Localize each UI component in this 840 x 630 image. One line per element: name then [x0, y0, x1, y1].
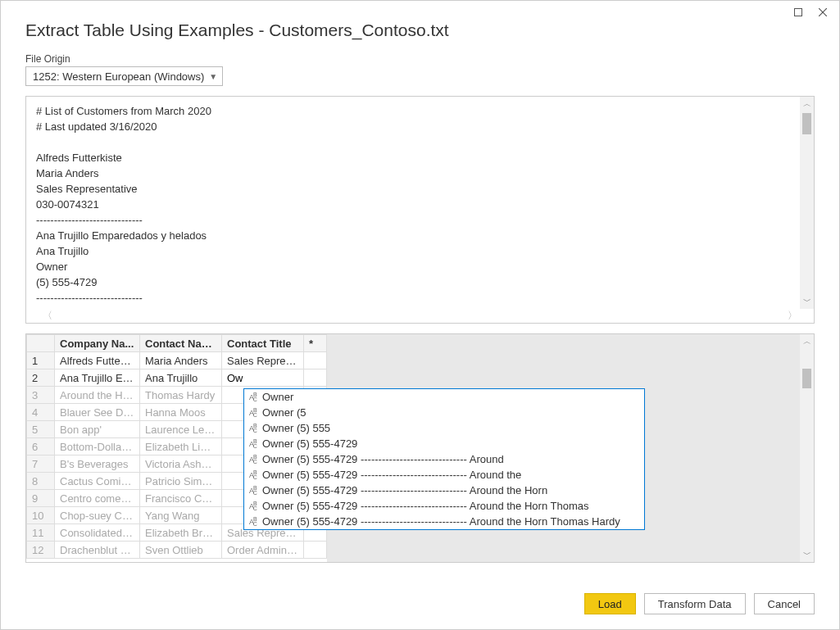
scroll-down-icon: ﹀ — [803, 547, 811, 562]
autocomplete-text: Owner — [262, 391, 293, 403]
column-header-title[interactable]: Contact Title — [222, 335, 304, 352]
text-preview-pane: # List of Customers from March 2020 # La… — [25, 96, 815, 324]
row-header-corner — [27, 335, 55, 352]
cell-contact[interactable]: Thomas Hardy — [140, 387, 222, 404]
scroll-down-icon: ﹀ — [803, 294, 811, 309]
autocomplete-item[interactable]: ABCOwner — [244, 389, 644, 405]
text-type-icon: ABC — [249, 469, 262, 482]
autocomplete-item[interactable]: ABCOwner (5) 555-4729 ------------------… — [244, 498, 644, 514]
row-number: 12 — [27, 542, 55, 559]
text-type-icon: ABC — [249, 437, 262, 451]
cell-contact[interactable]: Elizabeth Brown — [140, 524, 222, 542]
autocomplete-text: Owner (5) 555 — [262, 422, 330, 434]
cell-contact[interactable]: Maria Anders — [140, 352, 222, 369]
autocomplete-item[interactable]: ABCOwner (5) 555-4729 ------------------… — [244, 451, 644, 467]
cell-company[interactable]: Alfreds Futterki... — [55, 352, 140, 369]
table-row[interactable]: 2Ana Trujillo Em...Ana Trujillo — [27, 369, 327, 387]
autocomplete-text: Owner (5) 555-4729 ---------------------… — [262, 500, 588, 512]
dialog-footer: Load Transform Data Cancel — [584, 593, 815, 614]
autocomplete-item[interactable]: ABCOwner (5) 555 — [244, 420, 644, 436]
cell-title[interactable]: Sales Represen... — [222, 352, 304, 369]
cell-company[interactable]: Drachenblut D... — [55, 542, 140, 559]
column-header-add[interactable]: * — [304, 335, 327, 352]
cell-contact[interactable]: Patricio Simpson — [140, 473, 222, 490]
cell-company[interactable]: Around the Horn — [55, 387, 140, 404]
cell-contact[interactable]: Hanna Moos — [140, 404, 222, 421]
cell-company[interactable]: Consolidated H... — [55, 524, 140, 542]
text-type-icon: ABC — [249, 406, 262, 419]
text-type-icon: ABC — [249, 500, 262, 513]
cell-title[interactable] — [222, 369, 304, 387]
row-number: 11 — [27, 524, 55, 542]
cell-contact[interactable]: Francisco Chang — [140, 490, 222, 507]
cell-company[interactable]: Blauer See Deli... — [55, 404, 140, 421]
text-type-icon: ABC — [249, 484, 262, 497]
preview-horizontal-scrollbar[interactable]: 〈 〉 — [26, 309, 814, 323]
cell-contact[interactable]: Ana Trujillo — [140, 369, 222, 387]
scroll-up-icon: ︿ — [803, 334, 811, 349]
cell-company[interactable]: Bottom-Dollar ... — [55, 438, 140, 456]
cancel-button[interactable]: Cancel — [754, 593, 815, 614]
text-type-icon: ABC — [249, 422, 262, 435]
cell-add-column[interactable] — [304, 369, 327, 387]
autocomplete-popup[interactable]: ABCOwnerABCOwner (5ABCOwner (5) 555ABCOw… — [243, 388, 645, 530]
autocomplete-item[interactable]: ABCOwner (5) 555-4729 ------------------… — [244, 483, 644, 498]
autocomplete-text: Owner (5) 555-4729 — [262, 437, 357, 450]
cell-contact[interactable]: Yang Wang — [140, 507, 222, 524]
text-type-icon: ABC — [249, 515, 262, 528]
scroll-left-icon: 〈 — [43, 309, 52, 323]
dialog-title: Extract Table Using Examples - Customers… — [1, 17, 839, 53]
titlebar — [1, 1, 839, 17]
file-origin-value: 1252: Western European (Windows) — [33, 70, 204, 83]
cell-contact[interactable]: Laurence Lebih... — [140, 421, 222, 438]
cell-contact[interactable]: Victoria Ashwo... — [140, 456, 222, 473]
autocomplete-text: Owner (5 — [262, 406, 306, 419]
maximize-button[interactable] — [790, 6, 806, 19]
autocomplete-text: Owner (5) 555-4729 ---------------------… — [262, 484, 547, 496]
maximize-icon — [794, 8, 802, 16]
autocomplete-item[interactable]: ABCOwner (5) 555-4729 ------------------… — [244, 467, 644, 483]
grid-vertical-scrollbar[interactable]: ︿ ﹀ — [800, 334, 814, 562]
cell-company[interactable]: Cactus Comida... — [55, 473, 140, 490]
load-button[interactable]: Load — [584, 593, 636, 614]
autocomplete-text: Owner (5) 555-4729 ---------------------… — [262, 453, 504, 465]
cell-company[interactable]: B's Beverages — [55, 456, 140, 473]
dialog-window: Extract Table Using Examples - Customers… — [0, 0, 840, 630]
row-number: 4 — [27, 404, 55, 421]
row-number: 7 — [27, 456, 55, 473]
row-number: 8 — [27, 473, 55, 490]
table-row[interactable]: 1Alfreds Futterki...Maria AndersSales Re… — [27, 352, 327, 369]
row-number: 9 — [27, 490, 55, 507]
cell-contact[interactable]: Sven Ottlieb — [140, 542, 222, 559]
svg-rect-0 — [795, 9, 802, 16]
scroll-up-icon: ︿ — [803, 97, 811, 111]
row-number: 2 — [27, 369, 55, 387]
chevron-down-icon: ▼ — [209, 72, 217, 81]
cell-title[interactable]: Order Administ... — [222, 542, 304, 559]
autocomplete-item[interactable]: ABCOwner (5) 555-4729 — [244, 436, 644, 451]
text-type-icon: ABC — [249, 453, 262, 466]
row-number: 6 — [27, 438, 55, 456]
text-type-icon: ABC — [249, 391, 262, 404]
cell-contact[interactable]: Elizabeth Lincoln — [140, 438, 222, 456]
cell-company[interactable]: Centro comerci... — [55, 490, 140, 507]
cell-add-column[interactable] — [304, 352, 327, 369]
file-origin-dropdown[interactable]: 1252: Western European (Windows) ▼ — [25, 66, 223, 86]
autocomplete-item[interactable]: ABCOwner (5 — [244, 405, 644, 420]
text-preview-content[interactable]: # List of Customers from March 2020 # La… — [26, 97, 814, 312]
close-button[interactable] — [815, 6, 831, 19]
scroll-thumb[interactable] — [802, 369, 811, 388]
column-header-company[interactable]: Company Na... — [55, 335, 140, 352]
cell-company[interactable]: Bon app' — [55, 421, 140, 438]
cell-title-input[interactable] — [222, 369, 303, 386]
transform-data-button[interactable]: Transform Data — [644, 593, 746, 614]
close-icon — [819, 8, 827, 16]
cell-company[interactable]: Ana Trujillo Em... — [55, 369, 140, 387]
preview-vertical-scrollbar[interactable]: ︿ ﹀ — [800, 97, 814, 309]
cell-add-column[interactable] — [304, 542, 327, 559]
table-row[interactable]: 12Drachenblut D...Sven OttliebOrder Admi… — [27, 542, 327, 559]
scroll-thumb[interactable] — [802, 113, 811, 134]
column-header-contact[interactable]: Contact Name — [140, 335, 222, 352]
cell-company[interactable]: Chop-suey Chi... — [55, 507, 140, 524]
autocomplete-item[interactable]: ABCOwner (5) 555-4729 ------------------… — [244, 514, 644, 529]
